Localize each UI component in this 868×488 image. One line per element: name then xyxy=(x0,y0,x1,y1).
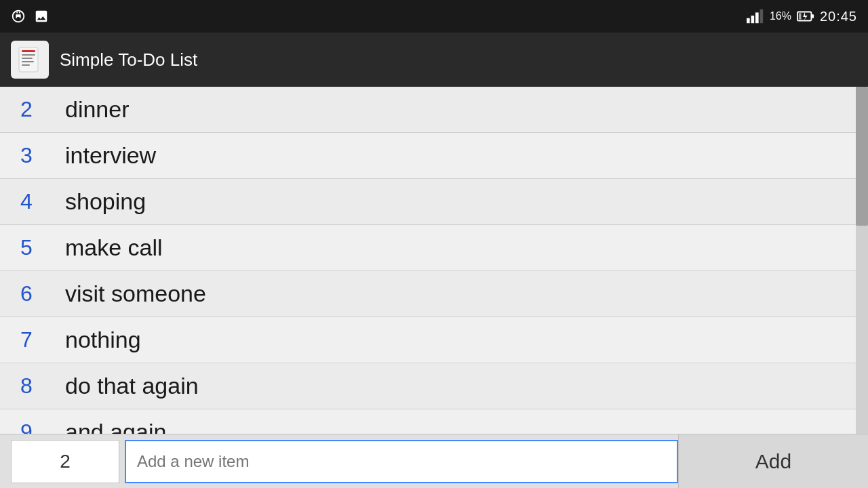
todo-item-number: 6 xyxy=(20,281,54,306)
todo-item-text: make call xyxy=(65,235,163,261)
status-bar-left xyxy=(11,9,49,24)
clock: 20:45 xyxy=(820,9,857,24)
scrollbar[interactable] xyxy=(856,87,868,434)
todo-item-text: visit someone xyxy=(65,281,206,307)
app-bar: Simple To-Do List xyxy=(0,33,868,87)
signal-icon xyxy=(747,9,764,24)
svg-rect-10 xyxy=(22,54,35,56)
todo-item-number: 7 xyxy=(20,327,54,352)
svg-rect-3 xyxy=(760,9,763,23)
svg-rect-2 xyxy=(755,12,759,23)
item-count-field[interactable] xyxy=(11,440,119,483)
todo-item-number: 4 xyxy=(20,189,54,214)
todo-item[interactable]: 6visit someone xyxy=(0,271,868,317)
todo-item-number: 5 xyxy=(20,235,54,260)
image-icon xyxy=(34,9,49,24)
app-icon xyxy=(11,41,49,79)
new-item-input[interactable] xyxy=(125,440,678,483)
todo-item-number: 9 xyxy=(20,420,54,434)
status-bar-right: 16% 20:45 xyxy=(747,9,857,24)
todo-item-text: shoping xyxy=(65,188,146,215)
todo-list[interactable]: 2dinner3interview4shoping5make call6visi… xyxy=(0,87,868,434)
svg-rect-5 xyxy=(811,14,814,18)
todo-item[interactable]: 3interview xyxy=(0,133,868,179)
svg-rect-12 xyxy=(22,61,34,62)
svg-rect-0 xyxy=(747,18,750,23)
battery-percent: 16% xyxy=(770,10,791,22)
svg-rect-9 xyxy=(22,50,35,52)
svg-marker-7 xyxy=(803,12,808,21)
battery-icon xyxy=(797,9,814,24)
svg-rect-13 xyxy=(22,64,30,66)
todo-item[interactable]: 7nothing xyxy=(0,317,868,363)
scrollbar-thumb[interactable] xyxy=(856,87,868,226)
main-content: 2dinner3interview4shoping5make call6visi… xyxy=(0,87,868,434)
todo-item-number: 2 xyxy=(20,97,54,122)
todo-item[interactable]: 4shoping xyxy=(0,179,868,225)
svg-rect-11 xyxy=(22,58,33,59)
todo-item-text: and again xyxy=(65,419,166,434)
todo-item-number: 8 xyxy=(20,373,54,399)
app-title: Simple To-Do List xyxy=(60,49,197,70)
todo-item-text: dinner xyxy=(65,96,130,123)
todo-item-text: nothing xyxy=(65,327,141,353)
add-button[interactable]: Add xyxy=(678,434,868,489)
todo-item[interactable]: 9and again xyxy=(0,409,868,434)
todo-item-text: do that again xyxy=(65,373,199,399)
todo-item[interactable]: 2dinner xyxy=(0,87,868,133)
todo-item[interactable]: 8do that again xyxy=(0,363,868,409)
todo-item-text: interview xyxy=(65,142,156,169)
svg-rect-1 xyxy=(751,16,754,23)
bottom-bar: Add xyxy=(0,434,868,488)
svg-rect-6 xyxy=(799,13,802,19)
usb-icon xyxy=(11,9,26,24)
todo-item-number: 3 xyxy=(20,143,54,168)
status-bar: 16% 20:45 xyxy=(0,0,868,33)
todo-item[interactable]: 5make call xyxy=(0,225,868,271)
